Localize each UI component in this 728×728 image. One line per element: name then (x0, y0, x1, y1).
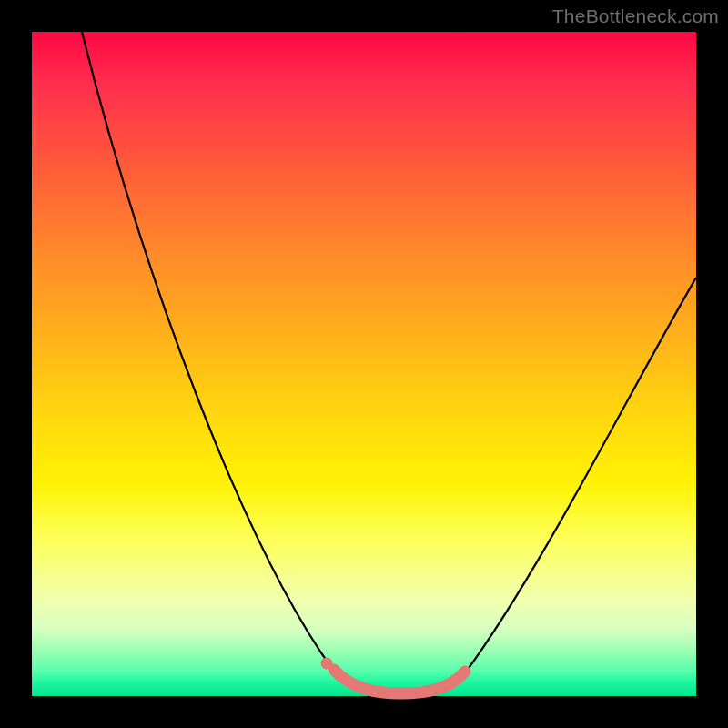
bottleneck-curve (82, 32, 696, 694)
curve-layer (32, 32, 696, 696)
optimal-start-dot (321, 658, 333, 670)
chart-frame: TheBottleneck.com (0, 0, 728, 728)
optimal-range-marker (334, 670, 465, 693)
watermark-source: TheBottleneck.com (552, 5, 719, 27)
